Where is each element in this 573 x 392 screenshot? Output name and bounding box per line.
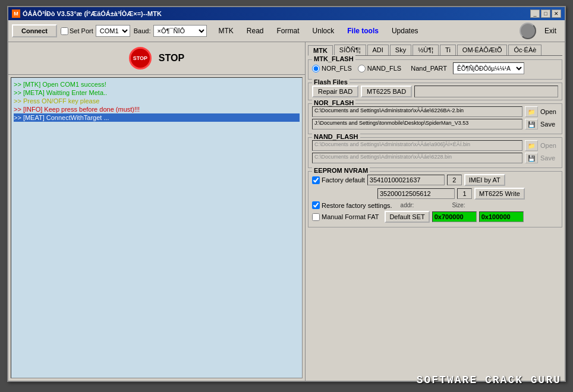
nand-part-label: Nand_PART (411, 65, 447, 72)
title-bar-left: M ÓÁÀÕ³ÍÐò V3.53°æ (ÍºÆäÓÁ±à³ÍÒÆ×=)--MTK (12, 10, 162, 18)
manual-format-label: Manual Format FAT (312, 213, 379, 221)
nand-path-2: C:\Documents and Settings\Administrator\… (312, 153, 522, 163)
set-port-checkbox[interactable] (61, 27, 68, 35)
imei-by-at-button[interactable]: IMEI by AT (464, 174, 505, 186)
mtk-flash-label: MTK_FLASH (312, 55, 355, 62)
nand-save-label: Save (540, 154, 558, 162)
tab-half[interactable]: ½Ù¶¦ (413, 45, 439, 55)
mtk-flash-section: MTK_FLASH NOR_FLS NAND_FLS Nand_PART ÊÕ¶… (308, 59, 562, 80)
tab-om[interactable]: OM·ÉÀÔÆtÕ (457, 45, 508, 55)
nand-flash-label: NAND_FLASH (312, 133, 360, 140)
stop-text: STOP (159, 53, 184, 64)
flash-files-row: Repair BAD MT6225 BAD (312, 86, 558, 97)
default-set-button[interactable]: Default SET (385, 211, 429, 223)
maximize-button[interactable]: □ (541, 10, 550, 18)
log-line: >> [MTK] Open COM1 success! (14, 80, 300, 88)
tab-updates[interactable]: Updates (389, 26, 421, 36)
nand-path-row-1: C:\Documents and Settings\Administrator\… (312, 140, 558, 151)
baud-select[interactable]: ×Ô¶¯ÑÏÔ (153, 25, 207, 37)
minimize-button[interactable]: _ (530, 10, 540, 18)
tab-ti[interactable]: Ti (440, 45, 456, 55)
tab-format[interactable]: Format (275, 26, 302, 36)
app-icon: M (12, 10, 20, 18)
imei2-row: MT6225 Write (312, 188, 558, 200)
circle-button[interactable] (520, 23, 536, 39)
main-content: STOP STOP >> [MTK] Open COM1 success! >>… (8, 42, 565, 381)
restore-factory-checkbox[interactable] (312, 201, 320, 209)
nor-radio[interactable] (312, 65, 320, 72)
nand-radio-label: NAND_FLS (358, 65, 401, 72)
tab-mtk[interactable]: MTK (308, 45, 333, 56)
mt6225-write-button[interactable]: MT6225 Write (474, 188, 525, 200)
nor-radio-label: NOR_FLS (312, 65, 352, 72)
port-select[interactable]: COM1 (96, 25, 130, 37)
tab-adi[interactable]: ADI (367, 45, 389, 55)
stop-icon: STOP (129, 47, 152, 69)
nand-open-icon: 📁 (525, 140, 538, 151)
manual-format-checkbox[interactable] (312, 213, 320, 221)
tab-read[interactable]: Read (244, 26, 266, 36)
log-line: >> Press ON/OFF key please (14, 97, 300, 105)
tab-oc[interactable]: Óc·ÉÀè (508, 45, 541, 55)
nor-save-icon[interactable]: 💾 (525, 119, 538, 129)
tab-sio[interactable]: SÍÕÑ¶¦ (334, 45, 366, 55)
connect-button[interactable]: Connect (12, 24, 57, 37)
nor-path-1: C:\Documents and Settings\Administrator\… (312, 106, 522, 117)
tab-unlock[interactable]: Unlock (310, 26, 337, 36)
stop-area: STOP STOP (8, 42, 305, 75)
nand-path-row-2: C:\Documents and Settings\Administrator\… (312, 153, 558, 163)
nor-path-2: J:\Documents and Settings\tonmobile\Desk… (312, 119, 522, 129)
nor-save-label[interactable]: Save (540, 121, 558, 128)
log-area: >> [MTK] Open COM1 success! >> [META] Wa… (11, 77, 303, 378)
addr-label: addr: (401, 202, 414, 208)
baud-label: Baud: (134, 27, 151, 34)
nor-flash-label: NOR_FLASH (312, 99, 355, 106)
manual-format-row: Manual Format FAT Default SET (312, 211, 558, 223)
log-line-selected: >> [MEAT] ConnectWithTarget ... (14, 113, 300, 122)
window-title: ÓÁÀÕ³ÍÐò V3.53°æ (ÍºÆäÓÁ±à³ÍÒÆ×=)--MTK (23, 10, 162, 17)
repair-bad-button[interactable]: Repair BAD (312, 86, 358, 97)
imei2-input[interactable] (377, 188, 455, 199)
imei1-num-input[interactable] (447, 175, 462, 185)
baud-group: Baud: ×Ô¶¯ÑÏÔ (134, 25, 207, 37)
log-line: >> [META] Waitting Enter Meta.. (14, 88, 300, 97)
set-port-label: Set Port (61, 27, 93, 35)
main-window: M ÓÁÀÕ³ÍÐò V3.53°æ (ÍºÆäÓÁ±à³ÍÒÆ×=)--MTK… (7, 6, 566, 382)
tab-file-tools[interactable]: File tools (345, 26, 381, 36)
restore-factory-row: Restore factory settings. addr: Size: (312, 201, 558, 209)
exit-button[interactable]: Exit (540, 26, 561, 36)
factory-default-row: Factory default IMEI by AT (312, 174, 558, 186)
close-button[interactable]: ✕ (552, 10, 561, 18)
tab-sky[interactable]: Sky (390, 45, 411, 55)
left-panel: STOP STOP >> [MTK] Open COM1 success! >>… (8, 42, 306, 381)
title-bar: M ÓÁÀÕ³ÍÐò V3.53°æ (ÍºÆäÓÁ±à³ÍÒÆ×=)--MTK… (8, 7, 565, 20)
flash-path-input[interactable] (414, 86, 558, 97)
tab-strip: MTK SÍÕÑ¶¦ ADI Sky ½Ù¶¦ Ti OM·ÉÀÔÆtÕ Óc·… (308, 45, 562, 56)
size-input[interactable] (479, 211, 524, 222)
nand-part-select[interactable]: ÊÕ¶ÑjÕÐÒõµ¼¼¹A (453, 62, 524, 74)
watermark: SOFTWARE CRACK GURU (417, 374, 561, 386)
nor-open-icon[interactable]: 📁 (525, 106, 538, 117)
restore-factory-label: Restore factory settings. (312, 201, 392, 209)
addr-input[interactable] (432, 211, 477, 222)
flash-type-group: NOR_FLS NAND_FLS Nand_PART ÊÕ¶ÑjÕÐÒõµ¼¼¹… (312, 62, 558, 74)
log-line: >> [INFO] Keep press before done (must)!… (14, 105, 300, 113)
title-controls: _ □ ✕ (530, 10, 561, 18)
mt6225-bad-button[interactable]: MT6225 BAD (361, 86, 412, 97)
tab-boot[interactable]: MTK (216, 26, 236, 36)
nor-path-row-1: C:\Documents and Settings\Administrator\… (312, 106, 558, 117)
nand-path-1: C:\Documents and Settings\Administrator\… (312, 140, 522, 151)
imei2-num-input[interactable] (457, 188, 472, 199)
factory-default-checkbox[interactable] (312, 176, 320, 184)
factory-default-label: Factory default (312, 176, 365, 184)
imei1-input[interactable] (367, 175, 445, 185)
nand-radio[interactable] (358, 65, 366, 72)
nav-tabs: MTK SÍÕÑ¶¦ Read Format Unlock File tools… (216, 26, 516, 36)
nor-path-row-2: J:\Documents and Settings\tonmobile\Desk… (312, 119, 558, 129)
nand-open-label: Open (540, 142, 558, 149)
eeprom-nvram-section: EEPROM NVRAM Factory default IMEI by AT … (308, 171, 562, 227)
nor-flash-section: NOR_FLASH C:\Documents and Settings\Admi… (308, 103, 562, 134)
nand-flash-section: NAND_FLASH C:\Documents and Settings\Adm… (308, 137, 562, 168)
size-label: Size: (452, 202, 465, 208)
nor-open-label[interactable]: Open (540, 108, 558, 115)
